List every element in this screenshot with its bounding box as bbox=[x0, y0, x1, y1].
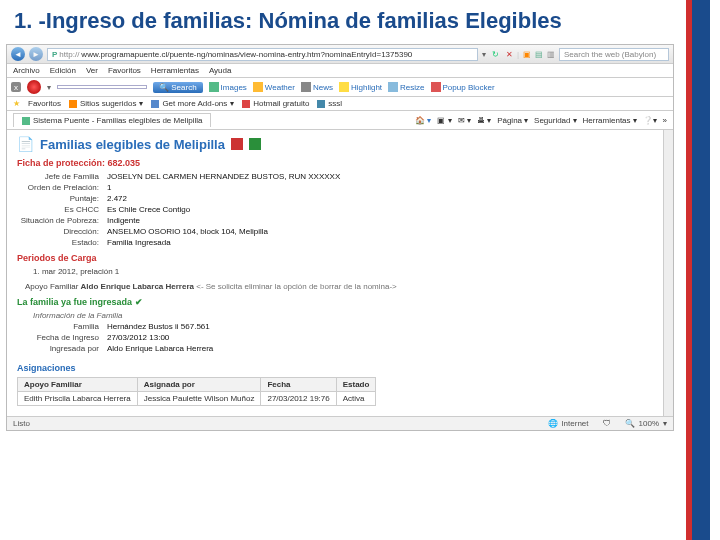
table-row: Edith Priscila Labarca Herrera Jessica P… bbox=[18, 392, 376, 406]
col-estado: Estado bbox=[336, 378, 376, 392]
slide-title: 1. -Ingreso de familias: Nómina de famil… bbox=[0, 0, 720, 44]
search-placeholder: Search the web (Babylon) bbox=[564, 50, 656, 59]
fav-sssl[interactable]: sssl bbox=[317, 99, 342, 108]
tab-favicon bbox=[22, 117, 30, 125]
rss-icon[interactable]: ▣ bbox=[523, 50, 531, 59]
browser-statusbar: Listo 🌐Internet 🛡 🔍 100% ▾ bbox=[7, 416, 673, 430]
page-header: 📄 Familias elegibles de Melipilla bbox=[17, 136, 653, 152]
ask-search-button[interactable]: 🔍 Search bbox=[153, 82, 203, 93]
addr-dropdown-icon[interactable]: ▾ bbox=[482, 50, 486, 59]
divider: | bbox=[517, 50, 519, 59]
menu-edicion[interactable]: Edición bbox=[50, 66, 76, 75]
info-fecha: Fecha de Ingreso27/03/2012 13:00 bbox=[17, 333, 653, 342]
field-direccion: Dirección:ANSELMO OSORIO 104, block 104,… bbox=[17, 227, 653, 236]
status-zone: 🌐Internet bbox=[548, 419, 588, 428]
menu-favoritos[interactable]: Favoritos bbox=[108, 66, 141, 75]
col-fecha: Fecha bbox=[261, 378, 336, 392]
field-orden: Orden de Prelación:1 bbox=[17, 183, 653, 192]
tool-icon[interactable]: ▤ bbox=[535, 50, 543, 59]
home-button[interactable]: 🏠 ▾ bbox=[415, 116, 431, 125]
ingresada-message: La familia ya fue ingresada✔ bbox=[17, 297, 653, 307]
info-familia-label: Información de la Familia bbox=[33, 311, 653, 320]
page-content: 📄 Familias elegibles de Melipilla Ficha … bbox=[7, 130, 663, 416]
info-ingresada-por: Ingresada porAldo Enrique Labarca Herrer… bbox=[17, 344, 653, 353]
command-bar: 🏠 ▾ ▣ ▾ ✉ ▾ 🖶 ▾ Página ▾ Seguridad ▾ Her… bbox=[415, 116, 667, 125]
ask-news[interactable]: News bbox=[301, 82, 333, 92]
cmd-herramientas[interactable]: Herramientas ▾ bbox=[583, 116, 637, 125]
menu-herramientas[interactable]: Herramientas bbox=[151, 66, 199, 75]
periodo-item: 1. mar 2012, prelación 1 bbox=[33, 267, 653, 276]
address-bar[interactable]: P http:// www.programapuente.cl/puente-n… bbox=[47, 48, 478, 61]
ask-menu-icon[interactable]: ▾ bbox=[47, 83, 51, 92]
favorites-star-icon[interactable]: ★ bbox=[13, 99, 20, 108]
mail-button[interactable]: ✉ ▾ bbox=[458, 116, 471, 125]
url-text: www.programapuente.cl/puente-ng/nominas/… bbox=[81, 50, 412, 59]
tab-title: Sistema Puente - Familias elegibles de M… bbox=[33, 116, 202, 125]
print-button[interactable]: 🖶 ▾ bbox=[477, 116, 491, 125]
browser-menubar: Archivo Edición Ver Favoritos Herramient… bbox=[7, 64, 673, 78]
ask-resize[interactable]: Resize bbox=[388, 82, 424, 92]
menu-ayuda[interactable]: Ayuda bbox=[209, 66, 232, 75]
chevron-expand-icon[interactable]: » bbox=[663, 116, 667, 125]
export-pdf-icon[interactable] bbox=[231, 138, 243, 150]
field-puntaje: Puntaje:2.472 bbox=[17, 194, 653, 203]
ask-images[interactable]: Images bbox=[209, 82, 247, 92]
feeds-button[interactable]: ▣ ▾ bbox=[437, 116, 451, 125]
browser-tab[interactable]: Sistema Puente - Familias elegibles de M… bbox=[13, 113, 211, 127]
page-title: Familias elegibles de Melipilla bbox=[40, 137, 225, 152]
page-icon: P bbox=[52, 50, 57, 59]
browser-window: ◄ ► P http:// www.programapuente.cl/puen… bbox=[6, 44, 674, 431]
col-apoyo: Apoyo Familiar bbox=[18, 378, 138, 392]
back-button[interactable]: ◄ bbox=[11, 47, 25, 61]
check-icon: ✔ bbox=[135, 297, 143, 307]
ficha-section: Ficha de protección: 682.035 bbox=[17, 158, 653, 168]
field-chcc: Es CHCCEs Chile Crece Contigo bbox=[17, 205, 653, 214]
stop-button[interactable]: ✕ bbox=[506, 50, 513, 59]
cmd-pagina[interactable]: Página ▾ bbox=[497, 116, 528, 125]
favorites-label[interactable]: Favoritos bbox=[28, 99, 61, 108]
ask-highlight[interactable]: Highlight bbox=[339, 82, 382, 92]
print-icon[interactable]: ▥ bbox=[547, 50, 555, 59]
periodos-section: Periodos de Carga bbox=[17, 253, 653, 263]
fav-sitios[interactable]: Sitios sugeridos ▾ bbox=[69, 99, 143, 108]
ask-toolbar: x ▾ 🔍 Search Images Weather News Highlig… bbox=[7, 78, 673, 97]
close-toolbar-button[interactable]: x bbox=[11, 82, 21, 92]
asignaciones-label: Asignaciones bbox=[17, 363, 653, 373]
url-prefix: http:// bbox=[59, 50, 79, 59]
brand-stripe bbox=[686, 0, 710, 540]
refresh-button[interactable]: ↻ bbox=[490, 48, 502, 60]
table-header-row: Apoyo Familiar Asignada por Fecha Estado bbox=[18, 378, 376, 392]
forward-button[interactable]: ► bbox=[29, 47, 43, 61]
favorites-bar: ★ Favoritos Sitios sugeridos ▾ Get more … bbox=[7, 97, 673, 111]
info-familia: FamiliaHernández Bustos ii 567.561 bbox=[17, 322, 653, 331]
fav-addons[interactable]: Get more Add-ons ▾ bbox=[151, 99, 234, 108]
document-icon: 📄 bbox=[17, 136, 34, 152]
ask-popup[interactable]: Popup Blocker bbox=[431, 82, 495, 92]
browser-nav-toolbar: ◄ ► P http:// www.programapuente.cl/puen… bbox=[7, 45, 673, 64]
fav-hotmail[interactable]: Hotmail gratuito bbox=[242, 99, 309, 108]
vertical-scrollbar[interactable] bbox=[663, 130, 673, 416]
globe-icon: 🌐 bbox=[548, 419, 558, 428]
menu-archivo[interactable]: Archivo bbox=[13, 66, 40, 75]
asignaciones-table: Apoyo Familiar Asignada por Fecha Estado… bbox=[17, 377, 376, 406]
ask-search-input[interactable] bbox=[57, 85, 147, 89]
help-button[interactable]: ❔▾ bbox=[643, 116, 657, 125]
protected-mode-icon: 🛡 bbox=[603, 419, 611, 428]
menu-ver[interactable]: Ver bbox=[86, 66, 98, 75]
cmd-seguridad[interactable]: Seguridad ▾ bbox=[534, 116, 576, 125]
ask-weather[interactable]: Weather bbox=[253, 82, 295, 92]
field-estado: Estado:Familia Ingresada bbox=[17, 238, 653, 247]
apoyo-line: Apoyo Familiar Aldo Enrique Labarca Herr… bbox=[25, 282, 653, 291]
status-done: Listo bbox=[13, 419, 30, 428]
browser-tabbar: Sistema Puente - Familias elegibles de M… bbox=[7, 111, 673, 130]
ask-logo-icon bbox=[27, 80, 41, 94]
browser-search[interactable]: Search the web (Babylon) bbox=[559, 48, 669, 61]
field-jefe: Jefe de FamiliaJOSELYN DEL CARMEN HERNAN… bbox=[17, 172, 653, 181]
field-pobreza: Situación de Pobreza:Indigente bbox=[17, 216, 653, 225]
zoom-control[interactable]: 🔍 100% ▾ bbox=[625, 419, 667, 428]
col-asignada: Asignada por bbox=[137, 378, 261, 392]
export-excel-icon[interactable] bbox=[249, 138, 261, 150]
